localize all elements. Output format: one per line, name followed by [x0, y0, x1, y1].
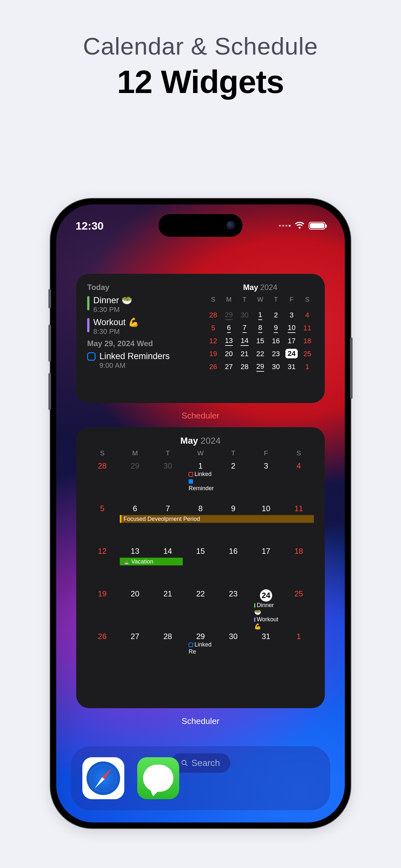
- cal-day-number: 18: [282, 547, 315, 556]
- mini-cal-day: 9: [269, 321, 282, 335]
- dow-label: F: [285, 296, 298, 309]
- mini-cal-day: 16: [269, 335, 282, 347]
- wifi-icon: [295, 222, 305, 229]
- reminder-item: Linked Reminders 9:00 AM: [87, 351, 207, 370]
- cal-week-row: 567891011Focused Deveolpment Period: [86, 502, 315, 545]
- cal-day-cell: 23: [217, 587, 250, 630]
- cal-day-cell: 13: [119, 545, 151, 587]
- mini-cal-day: 2: [269, 309, 282, 321]
- mini-cal-day: 27: [222, 361, 236, 373]
- mini-cal-day: 28: [238, 361, 251, 373]
- mini-cal-day: 23: [269, 347, 282, 361]
- event-span-focused: Focused Deveolpment Period: [120, 515, 314, 523]
- cal-day-number: 29: [119, 461, 151, 470]
- cal-day-cell: 27: [119, 630, 151, 673]
- cal-day-cell: 18: [282, 545, 315, 587]
- schedule-calendar-widget-medium[interactable]: Today Dinner 🥗 6:30 PM Workout 💪 8:30 PM…: [76, 274, 325, 403]
- mini-cal-day: 20: [222, 347, 236, 361]
- widget-label: Scheduler: [76, 716, 325, 726]
- cal-day-cell: 6: [119, 502, 151, 545]
- cal-day-number: 25: [282, 589, 315, 598]
- event-title: Dinner 🥗: [93, 295, 132, 306]
- mini-cal-day: 28: [207, 309, 220, 321]
- checkbox-icon: [87, 352, 96, 361]
- dow-label: M: [222, 296, 236, 309]
- cal-day-number: 7: [151, 504, 184, 513]
- mini-cal-day: 1: [254, 309, 267, 321]
- cal-day-cell: 3: [250, 460, 282, 502]
- cal-day-cell: 28: [151, 630, 184, 673]
- cal-day-events: Linked Re: [184, 641, 217, 655]
- cal-day-cell: 16: [217, 545, 250, 587]
- messages-app-icon[interactable]: [137, 757, 179, 799]
- phone-screen: 12:30 Today Dinner 🥗 6:30 PM Workout 💪 8…: [56, 205, 345, 823]
- event-time: 8:30 PM: [93, 328, 139, 336]
- safari-app-icon[interactable]: [82, 757, 124, 799]
- volume-up-button: [49, 324, 51, 362]
- cal-day-cell: 12: [86, 545, 119, 587]
- mini-cal-day: 7: [238, 321, 251, 335]
- mini-cal-day: 29: [222, 309, 236, 321]
- cal-day-number: 16: [217, 547, 250, 556]
- status-bar: 12:30: [56, 216, 345, 236]
- cal-day-cell: 8: [184, 502, 217, 545]
- dow-label: W: [254, 296, 267, 309]
- event-item: Dinner 🥗 6:30 PM: [87, 295, 207, 314]
- mini-cal-day: 5: [207, 321, 220, 335]
- cal-day-cell: 20: [119, 587, 151, 630]
- mini-cal-header: May2024: [207, 283, 314, 292]
- cal-day-events: LinkedReminder: [184, 470, 217, 492]
- cal-day-number: 2: [217, 461, 250, 470]
- cal-day-number: 31: [250, 632, 282, 641]
- cal-day-number: 11: [282, 504, 315, 513]
- volume-down-button: [49, 373, 51, 410]
- cal-day-cell: 1LinkedReminder: [184, 460, 217, 502]
- cal-day-cell: 30: [217, 630, 250, 673]
- mini-cal-day: 30: [238, 309, 251, 321]
- dow-label: S: [301, 296, 314, 309]
- cal-day-number: 29: [184, 632, 217, 641]
- cal-day-number: 17: [250, 547, 282, 556]
- dow-label: T: [151, 449, 184, 457]
- dow-label: S: [282, 449, 315, 457]
- mini-cal-day: 24: [285, 347, 298, 361]
- battery-icon: [309, 222, 326, 229]
- month-calendar-widget-large[interactable]: May2024 SMTWTFS 2829301LinkedReminder234…: [76, 427, 325, 708]
- cal-day-number: 30: [217, 632, 250, 641]
- compass-icon: [87, 762, 120, 795]
- mini-cal-day: 14: [238, 335, 251, 347]
- cal-day-number: 14: [151, 547, 184, 556]
- cal-day-cell: 9: [217, 502, 250, 545]
- reminder-time: 9:00 AM: [99, 361, 170, 370]
- dow-label: T: [269, 296, 282, 309]
- cal-day-number: 6: [119, 504, 151, 513]
- cal-day-number: 13: [119, 547, 151, 556]
- cal-day-cell: 25: [282, 587, 315, 630]
- mini-cal-day: 3: [285, 309, 298, 321]
- large-cal-header: May2024: [86, 436, 315, 446]
- cal-day-number: 26: [86, 632, 119, 641]
- event-span-vacation: Vacation: [120, 558, 183, 565]
- cal-day-number: 9: [217, 504, 250, 513]
- dow-label: S: [86, 449, 119, 457]
- mini-cal-day: 30: [269, 361, 282, 373]
- cal-day-events: Dinner 🥗Workout 💪: [250, 601, 282, 630]
- mini-calendar: May2024 SMTWTFS2829301234567891011121314…: [207, 283, 314, 394]
- mini-cal-day: 4: [301, 309, 314, 321]
- mini-cal-day: 17: [285, 335, 298, 347]
- cal-day-number: 20: [119, 589, 151, 598]
- mini-cal-day: 15: [254, 335, 267, 347]
- event-color-bar: [87, 296, 89, 310]
- dow-label: T: [238, 296, 251, 309]
- event-item: Workout 💪 8:30 PM: [87, 317, 207, 336]
- mini-cal-day: 13: [222, 335, 236, 347]
- cal-day-number: 8: [184, 504, 217, 513]
- cal-day-cell: 5: [86, 502, 119, 545]
- cal-day-number: 22: [184, 589, 217, 598]
- status-time: 12:30: [75, 220, 104, 232]
- event-title: Workout 💪: [93, 317, 139, 328]
- cal-day-cell: 28: [86, 460, 119, 502]
- cal-day-cell: 21: [151, 587, 184, 630]
- event-color-bar: [87, 318, 89, 332]
- cal-day-number: 5: [86, 504, 119, 513]
